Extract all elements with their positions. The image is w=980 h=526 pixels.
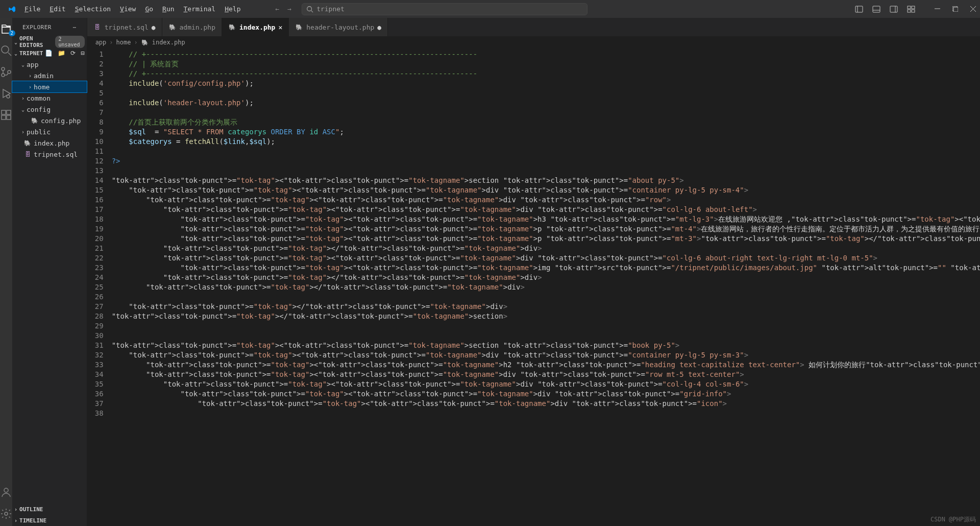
editor-area: 🗄tripnet.sql● 🐘admin.php 🐘index.php✕ 🐘he…: [87, 18, 980, 526]
sidebar-more-icon[interactable]: ⋯: [73, 24, 77, 31]
menu-go[interactable]: Go: [141, 3, 157, 15]
dirty-dot-icon: ●: [152, 23, 156, 31]
svg-rect-4: [873, 6, 880, 12]
settings-gear-icon[interactable]: [0, 508, 12, 520]
refresh-icon[interactable]: ⟳: [70, 50, 76, 57]
nav-arrows: ← →: [275, 5, 291, 13]
menu-bar: File Edit Selection View Go Run Terminal…: [20, 3, 244, 15]
tree-folder-admin[interactable]: ›admin: [12, 70, 87, 81]
svg-point-30: [5, 512, 8, 515]
svg-rect-8: [908, 6, 911, 9]
menu-edit[interactable]: Edit: [45, 3, 69, 15]
sidebar-title: EXPLORER: [22, 24, 52, 31]
activity-bar: 2: [0, 18, 12, 526]
project-name: TRIPNET: [19, 50, 43, 57]
source-control-icon[interactable]: [0, 66, 12, 78]
menu-file[interactable]: File: [20, 3, 44, 15]
window-minimize-icon[interactable]: [935, 6, 940, 12]
svg-point-29: [4, 488, 8, 492]
window-maximize-icon[interactable]: [952, 6, 958, 12]
command-center[interactable]: tripnet: [302, 3, 587, 15]
layout-panel-icon[interactable]: [872, 5, 880, 13]
code-editor[interactable]: // +------------------------------------…: [112, 49, 980, 526]
explorer-badge: 2: [9, 30, 15, 36]
svg-rect-25: [2, 110, 6, 114]
php-file-icon: 🐘: [141, 38, 149, 46]
php-file-icon: 🐘: [23, 139, 32, 147]
svg-rect-10: [908, 10, 911, 12]
watermark: CSDN @PHP源码: [930, 515, 976, 524]
breadcrumb[interactable]: app› home› 🐘index.php: [87, 36, 980, 49]
titlebar: File Edit Selection View Go Run Terminal…: [0, 0, 980, 18]
window-close-icon[interactable]: [970, 6, 976, 12]
editor-tabs: 🗄tripnet.sql● 🐘admin.php 🐘index.php✕ 🐘he…: [87, 18, 980, 36]
layout-sidebar-left-icon[interactable]: [855, 5, 863, 13]
tree-folder-public[interactable]: ›public: [12, 126, 87, 137]
new-folder-icon[interactable]: 📁: [58, 50, 65, 57]
php-file-icon: 🐘: [31, 116, 39, 125]
svg-rect-14: [953, 7, 958, 12]
svg-point-0: [307, 6, 312, 11]
search-activity-icon[interactable]: [0, 44, 12, 57]
menu-help[interactable]: Help: [220, 3, 244, 15]
svg-point-21: [2, 74, 5, 77]
tree-folder-home[interactable]: ›home: [12, 81, 87, 92]
outline-section[interactable]: ›OUTLINE: [12, 504, 87, 515]
svg-rect-27: [2, 115, 6, 119]
tree-file-config-php[interactable]: 🐘config.php: [12, 115, 87, 126]
svg-point-24: [7, 95, 10, 98]
tree-folder-common[interactable]: ›common: [12, 92, 87, 104]
svg-line-1: [311, 10, 313, 12]
search-icon: [306, 6, 313, 13]
layout-sidebar-right-icon[interactable]: [890, 5, 898, 13]
svg-rect-11: [912, 10, 915, 12]
sql-file-icon: 🗄: [23, 150, 32, 158]
svg-point-22: [8, 70, 11, 74]
line-gutter: 1234567891011121314151617181920212223242…: [87, 49, 112, 526]
menu-terminal[interactable]: Terminal: [180, 3, 220, 15]
svg-rect-2: [855, 6, 863, 12]
svg-rect-26: [7, 110, 11, 114]
vscode-logo-icon: [8, 5, 16, 13]
extensions-icon[interactable]: [0, 109, 12, 121]
unsaved-pill: 2 unsaved: [55, 36, 84, 48]
nav-back-icon[interactable]: ←: [275, 5, 279, 13]
tab-admin-php[interactable]: 🐘admin.php: [162, 18, 222, 36]
tree-folder-app[interactable]: ⌄app: [12, 59, 87, 70]
sql-file-icon: 🗄: [93, 23, 102, 31]
tab-header-layout-php[interactable]: 🐘header-layout.php●: [289, 18, 388, 36]
explorer-icon[interactable]: 2: [0, 23, 12, 35]
open-editors-section[interactable]: ⌄ OPEN EDITORS 2 unsaved: [12, 36, 87, 47]
open-editors-label: OPEN EDITORS: [19, 35, 53, 49]
svg-line-19: [8, 53, 11, 56]
run-debug-icon[interactable]: [0, 87, 12, 100]
timeline-section[interactable]: ›TIMELINE: [12, 515, 87, 526]
tree-file-index-php[interactable]: 🐘index.php: [12, 137, 87, 149]
tree-folder-config[interactable]: ⌄config: [12, 104, 87, 115]
file-tree: ⌄app ›admin ›home ›common ⌄config 🐘confi…: [12, 59, 87, 160]
php-file-icon: 🐘: [295, 23, 303, 31]
dirty-dot-icon: ●: [377, 23, 381, 31]
tab-tripnet-sql[interactable]: 🗄tripnet.sql●: [87, 18, 162, 36]
menu-view[interactable]: View: [116, 3, 140, 15]
menu-run[interactable]: Run: [158, 3, 178, 15]
search-text: tripnet: [316, 5, 345, 13]
account-icon[interactable]: [0, 486, 12, 498]
svg-rect-6: [890, 6, 897, 12]
new-file-icon[interactable]: 📄: [45, 50, 53, 57]
svg-point-18: [2, 46, 9, 53]
svg-rect-9: [912, 6, 915, 9]
customize-layout-icon[interactable]: [907, 5, 915, 13]
close-tab-icon[interactable]: ✕: [278, 23, 282, 31]
php-file-icon: 🐘: [228, 23, 236, 31]
svg-rect-28: [7, 115, 11, 119]
tree-file-tripnet-sql[interactable]: 🗄tripnet.sql: [12, 149, 87, 160]
tab-index-php[interactable]: 🐘index.php✕: [222, 18, 289, 36]
php-file-icon: 🐘: [168, 23, 177, 31]
sidebar: EXPLORER ⋯ ⌄ OPEN EDITORS 2 unsaved ⌄ TR…: [12, 18, 87, 526]
menu-selection[interactable]: Selection: [71, 3, 115, 15]
nav-forward-icon[interactable]: →: [287, 5, 291, 13]
collapse-all-icon[interactable]: ⊟: [81, 50, 84, 57]
svg-point-20: [2, 67, 5, 70]
project-section[interactable]: ⌄ TRIPNET 📄 📁 ⟳ ⊟: [12, 47, 87, 59]
